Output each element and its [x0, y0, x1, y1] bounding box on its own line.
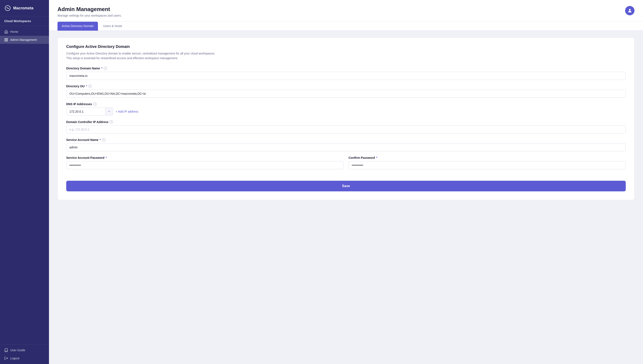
sidebar: Macrometa Cloud Workspaces Home Admin Ma… [0, 0, 49, 364]
svg-rect-4 [6, 40, 8, 41]
user-icon [627, 8, 632, 13]
dns-input[interactable] [66, 108, 105, 115]
tabs-bar: Active Directory Domain Users & Hosts [49, 22, 643, 31]
save-button[interactable]: Save [66, 181, 626, 191]
avatar[interactable] [625, 6, 634, 15]
domain-controller-group: Domain Controller IP Address i [66, 120, 626, 134]
dns-input-wrap: − [66, 108, 113, 116]
dns-remove-button[interactable]: − [105, 108, 113, 115]
svg-rect-3 [5, 40, 6, 41]
domain-controller-input[interactable] [66, 126, 626, 134]
sidebar-item-logout[interactable]: Logout [0, 354, 49, 362]
macrometa-logo-icon [4, 5, 11, 12]
confirm-password-label: Confirm Password * [348, 156, 626, 160]
password-label: Service Account Password * [66, 156, 344, 160]
logo-text: Macrometa [13, 6, 34, 10]
directory-ou-group: Directory OU * i [66, 84, 626, 98]
main-body: Configure Active Directory Domain Config… [49, 31, 643, 207]
dns-label: DNS IP Addresses i [66, 102, 626, 106]
domain-name-info-icon[interactable]: i [104, 67, 107, 70]
page-header: Admin Management Manage settings for you… [49, 0, 643, 22]
page-title: Admin Management [58, 6, 122, 12]
cloud-workspaces-label: Cloud Workspaces [0, 16, 49, 26]
service-account-label: Service Account Name * i [66, 138, 626, 142]
logout-icon [4, 356, 8, 360]
form-card: Configure Active Directory Domain Config… [58, 38, 634, 200]
domain-name-group: Directory Domain Name * i [66, 67, 626, 80]
sidebar-item-user-guide[interactable]: User Guide [0, 346, 49, 354]
card-title: Configure Active Directory Domain [66, 44, 626, 49]
card-desc: Configure your Active Directory domain t… [66, 51, 626, 61]
home-icon [4, 30, 8, 34]
svg-rect-1 [5, 38, 6, 40]
card-desc-line1: Configure your Active Directory domain t… [66, 52, 215, 55]
card-desc-line2: This setup is essential for streamlined … [66, 56, 178, 60]
domain-controller-info-icon[interactable]: i [110, 120, 113, 124]
service-account-group: Service Account Name * i [66, 138, 626, 151]
header-left: Admin Management Manage settings for you… [58, 6, 122, 17]
sidebar-bottom: User Guide Logout [0, 344, 49, 364]
sidebar-item-admin-label: Admin Management [10, 38, 37, 42]
add-ip-button[interactable]: + Add IP address [116, 110, 138, 113]
page-subtitle: Manage settings for your workspaces and … [58, 14, 122, 17]
tab-users-hosts[interactable]: Users & Hosts [99, 22, 126, 31]
domain-name-label: Directory Domain Name * i [66, 67, 626, 70]
dns-row: − + Add IP address [66, 108, 626, 116]
svg-rect-2 [6, 38, 8, 40]
directory-ou-info-icon[interactable]: i [88, 84, 92, 88]
main-content: Admin Management Manage settings for you… [49, 0, 643, 364]
password-input[interactable] [66, 161, 344, 169]
logo: Macrometa [0, 0, 49, 16]
directory-ou-label: Directory OU * i [66, 84, 626, 88]
service-account-input[interactable] [66, 143, 626, 151]
password-row: Service Account Password * Confirm Passw… [66, 156, 626, 174]
nav-section: Home Admin Management [0, 26, 49, 46]
sidebar-item-home-label: Home [10, 30, 18, 34]
sidebar-item-logout-label: Logout [10, 356, 20, 360]
service-account-info-icon[interactable]: i [102, 138, 106, 142]
sidebar-item-user-guide-label: User Guide [10, 348, 25, 352]
domain-controller-label: Domain Controller IP Address i [66, 120, 626, 124]
dns-info-icon[interactable]: i [93, 102, 97, 106]
confirm-password-group: Confirm Password * [348, 156, 626, 169]
tab-active-directory[interactable]: Active Directory Domain [58, 22, 98, 31]
dns-group: DNS IP Addresses i − + Add IP address [66, 102, 626, 116]
svg-point-6 [629, 9, 631, 11]
sidebar-item-admin[interactable]: Admin Management [0, 36, 49, 44]
sidebar-item-home[interactable]: Home [0, 28, 49, 36]
password-group: Service Account Password * [66, 156, 344, 169]
domain-name-input[interactable] [66, 72, 626, 80]
confirm-password-input[interactable] [348, 161, 626, 169]
directory-ou-input[interactable] [66, 90, 626, 98]
book-icon [4, 348, 8, 352]
admin-icon [4, 38, 8, 42]
